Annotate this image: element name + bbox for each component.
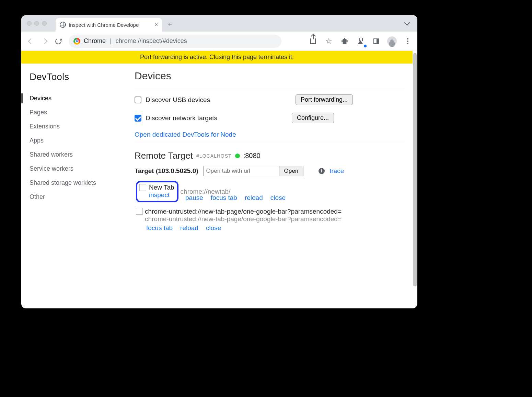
page-heading: Devices bbox=[135, 70, 404, 82]
port-forwarding-banner: Port forwarding is active. Closing this … bbox=[21, 51, 413, 64]
chevron-down-icon bbox=[404, 20, 410, 26]
focus-tab-link[interactable]: focus tab bbox=[211, 194, 237, 202]
flask-icon bbox=[358, 38, 363, 44]
entry-url: chrome-untrusted://new-tab-page/one-goog… bbox=[145, 215, 342, 223]
port-forwarding-button[interactable]: Port forwarding... bbox=[296, 94, 353, 105]
new-tab-button[interactable]: + bbox=[165, 19, 175, 30]
notification-dot-icon bbox=[364, 45, 367, 47]
sidebar: DevTools Devices Pages Extensions Apps S… bbox=[21, 65, 131, 308]
status-dot-icon bbox=[235, 154, 240, 158]
page-body: DevTools Devices Pages Extensions Apps S… bbox=[21, 65, 413, 308]
tab-overflow-button[interactable] bbox=[404, 20, 410, 27]
reload-icon bbox=[54, 37, 62, 45]
star-icon: ☆ bbox=[325, 37, 332, 46]
target-entry-untrusted: chrome-untrusted://new-tab-page/one-goog… bbox=[135, 208, 404, 232]
share-button[interactable] bbox=[308, 36, 319, 47]
divider bbox=[135, 142, 404, 142]
back-button[interactable] bbox=[25, 36, 36, 47]
omnibox-url: chrome://inspect/#devices bbox=[116, 37, 187, 45]
configure-button[interactable]: Configure... bbox=[292, 113, 334, 123]
inspect-link[interactable]: inspect bbox=[149, 191, 170, 199]
node-devtools-link[interactable]: Open dedicated DevTools for Node bbox=[135, 131, 236, 138]
close-link[interactable]: close bbox=[270, 194, 286, 202]
target-entry-newtab: New Tab inspect chrome://newtab/ pause f… bbox=[135, 181, 404, 202]
reload-button[interactable] bbox=[53, 36, 64, 47]
discover-usb-checkbox[interactable] bbox=[135, 97, 141, 103]
bookmark-button[interactable]: ☆ bbox=[323, 36, 334, 47]
entry-title: New Tab bbox=[149, 184, 174, 191]
kebab-icon bbox=[407, 38, 408, 44]
sidebar-item-other[interactable]: Other bbox=[30, 190, 131, 204]
info-icon[interactable]: i bbox=[319, 168, 325, 174]
tab-title: Inspect with Chrome Develope bbox=[69, 22, 152, 28]
reload-link[interactable]: reload bbox=[180, 224, 198, 232]
target-row: Target (103.0.5025.0) Open i trace bbox=[135, 166, 404, 176]
scrollbar[interactable] bbox=[413, 53, 417, 286]
sidebar-item-pages[interactable]: Pages bbox=[30, 105, 131, 120]
maximize-window-button[interactable] bbox=[42, 21, 47, 26]
sidebar-item-service-workers[interactable]: Service workers bbox=[30, 162, 131, 176]
main-panel: Devices Discover USB devices Port forwar… bbox=[131, 65, 413, 308]
minimize-window-button[interactable] bbox=[34, 21, 39, 26]
tab-strip: Inspect with Chrome Develope × + bbox=[21, 15, 417, 32]
address-bar[interactable]: Chrome | chrome://inspect/#devices bbox=[69, 35, 281, 48]
window-controls bbox=[27, 21, 47, 26]
sidebar-item-shared-storage-worklets[interactable]: Shared storage worklets bbox=[30, 176, 131, 190]
sidebar-item-devices[interactable]: Devices bbox=[30, 91, 131, 105]
toolbar-actions: ☆ bbox=[308, 36, 413, 47]
globe-icon bbox=[60, 22, 66, 28]
open-tab-url-group: Open bbox=[203, 166, 304, 176]
browser-window: Inspect with Chrome Develope × + Chrome … bbox=[21, 15, 417, 308]
omnibox-divider: | bbox=[110, 37, 112, 45]
pause-link[interactable]: pause bbox=[185, 194, 203, 202]
close-window-button[interactable] bbox=[27, 21, 32, 26]
labs-button[interactable] bbox=[355, 36, 366, 47]
profile-button[interactable] bbox=[386, 36, 397, 47]
extensions-button[interactable] bbox=[339, 36, 350, 47]
browser-tab[interactable]: Inspect with Chrome Develope × bbox=[56, 18, 162, 32]
open-tab-url-input[interactable] bbox=[204, 166, 279, 176]
chrome-icon bbox=[73, 38, 80, 45]
close-tab-icon[interactable]: × bbox=[155, 22, 158, 28]
reload-link[interactable]: reload bbox=[245, 194, 263, 202]
menu-button[interactable] bbox=[402, 36, 413, 47]
arrow-right-icon bbox=[42, 38, 48, 44]
toolbar: Chrome | chrome://inspect/#devices ☆ bbox=[21, 32, 417, 51]
target-label: Target (103.0.5025.0) bbox=[135, 167, 198, 175]
focus-tab-link[interactable]: focus tab bbox=[146, 224, 173, 232]
open-tab-button[interactable]: Open bbox=[279, 166, 303, 176]
discover-network-checkbox[interactable] bbox=[135, 115, 141, 122]
panel-icon bbox=[373, 38, 379, 44]
omnibox-chip: Chrome bbox=[84, 37, 106, 45]
discover-network-label: Discover network targets bbox=[146, 114, 217, 122]
arrow-left-icon bbox=[28, 38, 34, 44]
forward-button[interactable] bbox=[39, 36, 50, 47]
sidebar-item-apps[interactable]: Apps bbox=[30, 134, 131, 148]
close-link[interactable]: close bbox=[206, 224, 221, 232]
puzzle-icon bbox=[342, 38, 348, 44]
divider bbox=[135, 88, 404, 88]
remote-target-title: Remote Target bbox=[135, 150, 193, 161]
localhost-tag: #LOCALHOST bbox=[196, 153, 232, 159]
sidebar-item-extensions[interactable]: Extensions bbox=[30, 120, 131, 134]
usb-row: Discover USB devices Port forwarding... bbox=[135, 94, 404, 105]
highlight-annotation: New Tab inspect bbox=[136, 181, 178, 202]
share-icon bbox=[310, 38, 316, 44]
remote-port: :8080 bbox=[243, 152, 261, 160]
trace-link[interactable]: trace bbox=[329, 167, 344, 175]
favicon-placeholder-icon bbox=[139, 184, 146, 191]
sidebar-item-shared-workers[interactable]: Shared workers bbox=[30, 148, 131, 162]
avatar-icon bbox=[387, 36, 397, 46]
discover-usb-label: Discover USB devices bbox=[146, 96, 210, 104]
remote-target-heading: Remote Target #LOCALHOST :8080 bbox=[135, 150, 404, 161]
content-area: Port forwarding is active. Closing this … bbox=[21, 51, 417, 308]
entry-title: chrome-untrusted://new-tab-page/one-goog… bbox=[145, 208, 342, 215]
sidebar-title: DevTools bbox=[30, 71, 131, 82]
side-panel-button[interactable] bbox=[371, 36, 382, 47]
network-row: Discover network targets Configure... bbox=[135, 113, 404, 123]
favicon-placeholder-icon bbox=[136, 208, 143, 215]
